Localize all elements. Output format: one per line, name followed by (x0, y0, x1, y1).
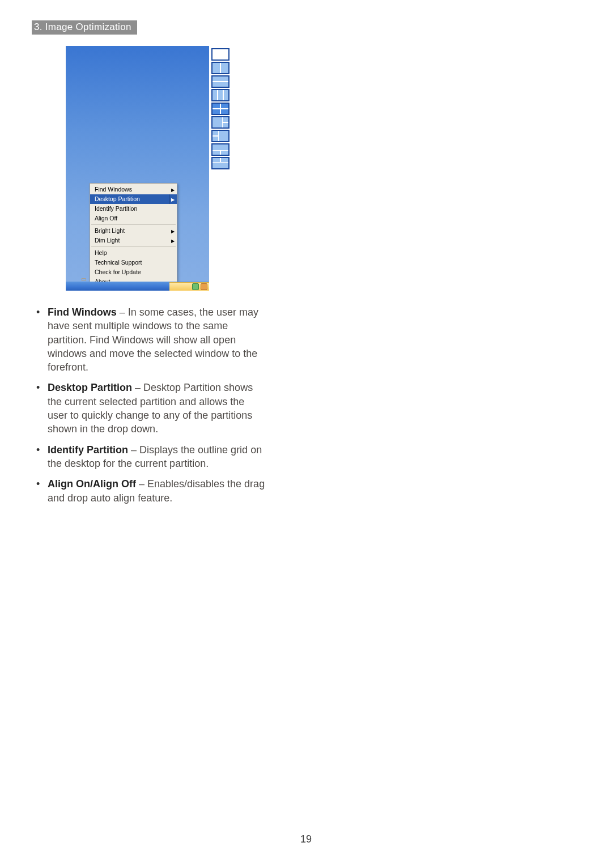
menu-item-label: Check for Update (95, 269, 141, 275)
menu-item-help[interactable]: Help (90, 248, 177, 258)
feature-term: Align On/Align Off (48, 478, 136, 490)
desktop-partition-figure: ▭ 🔍 Find Windows▶Desktop Partition▶Ident… (66, 46, 236, 291)
menu-item-label: Desktop Partition (95, 195, 140, 202)
chevron-right-icon: ▶ (171, 186, 175, 193)
chevron-right-icon: ▶ (171, 227, 175, 235)
menu-item-align-off[interactable]: Align Off (90, 214, 177, 223)
menu-item-label: Identify Partition (95, 205, 137, 212)
feature-bullet: Desktop Partition – Desktop Partition sh… (48, 381, 267, 436)
menu-item-dim-light[interactable]: Dim Light▶ (90, 236, 177, 245)
taskbar (66, 282, 209, 291)
menu-item-technical-support[interactable]: Technical Support (90, 258, 177, 267)
desktop-screenshot: ▭ 🔍 Find Windows▶Desktop Partition▶Ident… (66, 46, 209, 291)
partition-icon-triple-vertical[interactable] (211, 89, 230, 101)
menu-item-bright-light[interactable]: Bright Light▶ (90, 226, 177, 236)
manual-page: 3. Image Optimization ▭ 🔍 Find Windows▶D… (0, 0, 612, 868)
menu-item-find-windows[interactable]: Find Windows▶ (90, 185, 177, 194)
partition-icon-left-big-right-split[interactable] (211, 116, 230, 129)
partition-icon-right-big-left-split[interactable] (211, 130, 230, 142)
chevron-right-icon: ▶ (171, 237, 175, 244)
tray-status-green-icon (192, 283, 199, 290)
feature-term: Find Windows (48, 307, 117, 318)
chevron-right-icon: ▶ (171, 195, 175, 203)
context-menu: Find Windows▶Desktop Partition▶Identify … (90, 183, 177, 291)
menu-item-label: Bright Light (95, 227, 125, 234)
feature-bullet: Identify Partition – Displays the outlin… (48, 443, 267, 471)
feature-description-list: Find Windows – In some cases, the user m… (32, 305, 267, 505)
menu-item-label: Align Off (95, 215, 117, 222)
feature-bullet: Find Windows – In some cases, the user m… (48, 305, 267, 374)
partition-icon-horizontal-split[interactable] (211, 75, 230, 88)
menu-item-label: Dim Light (95, 237, 120, 244)
partition-icon-top-big-bottom-split[interactable] (211, 143, 230, 156)
feature-term: Identify Partition (48, 444, 128, 456)
partition-icon-vertical-split[interactable] (211, 62, 230, 74)
menu-item-label: Help (95, 249, 107, 256)
menu-item-desktop-partition[interactable]: Desktop Partition▶ (90, 194, 177, 204)
menu-item-check-for-update[interactable]: Check for Update (90, 267, 177, 277)
page-number: 19 (0, 833, 612, 845)
partition-icon-bottom-big-top-split[interactable] (211, 157, 230, 169)
tray-status-orange-icon (201, 283, 207, 290)
section-heading: 3. Image Optimization (32, 20, 137, 35)
menu-item-label: Find Windows (95, 186, 132, 193)
menu-item-identify-partition[interactable]: Identify Partition (90, 204, 177, 214)
menu-item-label: Technical Support (95, 259, 142, 266)
partition-icon-strip (211, 46, 230, 291)
partition-icon-even-2x2[interactable] (211, 103, 230, 115)
partition-icon-full[interactable] (211, 48, 230, 61)
feature-bullet: Align On/Align Off – Enables/disables th… (48, 477, 267, 505)
taskbar-right-segment (169, 282, 209, 291)
feature-term: Desktop Partition (48, 382, 132, 393)
